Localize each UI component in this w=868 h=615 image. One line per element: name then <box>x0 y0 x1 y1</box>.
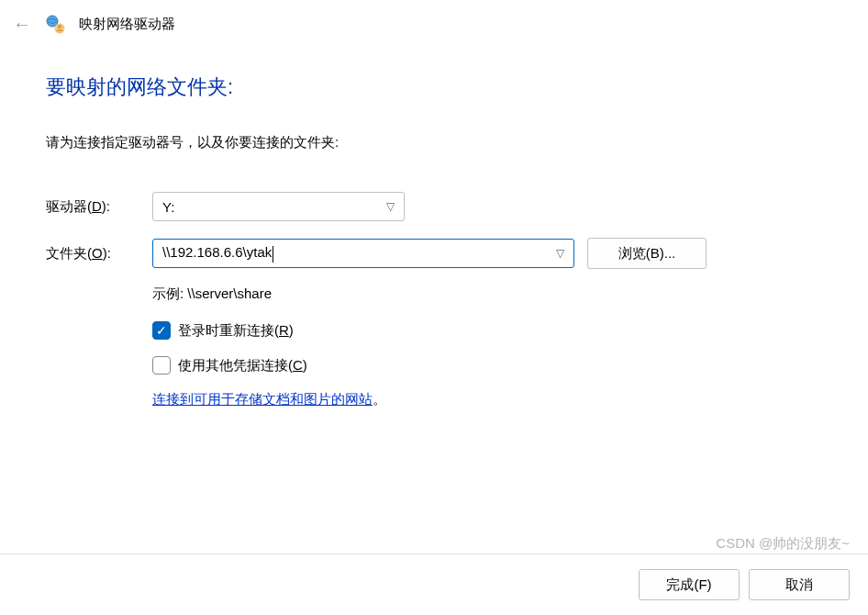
instruction-text: 请为连接指定驱动器号，以及你要连接的文件夹: <box>46 134 868 151</box>
storage-link-row: 连接到可用于存储文档和图片的网站。 <box>152 391 868 408</box>
cancel-button[interactable]: 取消 <box>749 569 850 600</box>
svg-point-3 <box>58 25 61 28</box>
example-text: 示例: \\server\share <box>152 285 868 303</box>
drive-label: 驱动器(D): <box>46 198 152 216</box>
reconnect-label: 登录时重新连接(R) <box>178 322 294 340</box>
reconnect-checkbox-row: ✓ 登录时重新连接(R) <box>152 321 868 340</box>
folder-value: \\192.168.6.6\ytak <box>162 244 556 262</box>
dialog-footer: 完成(F) 取消 <box>0 554 868 615</box>
dialog-title: 映射网络驱动器 <box>79 16 175 33</box>
folder-label: 文件夹(O): <box>46 245 152 263</box>
chevron-down-icon: ▽ <box>386 200 395 213</box>
credentials-label: 使用其他凭据连接(C) <box>178 357 307 375</box>
content-heading: 要映射的网络文件夹: <box>46 73 868 101</box>
drive-row: 驱动器(D): Y: ▽ <box>46 192 868 221</box>
drive-value: Y: <box>162 199 174 215</box>
dialog-content: 要映射的网络文件夹: 请为连接指定驱动器号，以及你要连接的文件夹: 驱动器(D)… <box>0 35 868 408</box>
watermark-text: CSDN @帅的没朋友~ <box>716 535 850 553</box>
drive-select[interactable]: Y: ▽ <box>152 192 405 221</box>
browse-button[interactable]: 浏览(B)... <box>587 238 707 269</box>
dialog-header: ← 映射网络驱动器 <box>0 0 868 35</box>
folder-row: 文件夹(O): \\192.168.6.6\ytak ▽ 浏览(B)... <box>46 238 868 269</box>
network-drive-icon <box>44 13 66 35</box>
chevron-down-icon[interactable]: ▽ <box>556 247 564 260</box>
reconnect-checkbox[interactable]: ✓ <box>152 321 171 340</box>
storage-website-link[interactable]: 连接到可用于存储文档和图片的网站 <box>152 391 373 407</box>
credentials-checkbox[interactable] <box>152 356 171 375</box>
folder-input[interactable]: \\192.168.6.6\ytak ▽ <box>152 239 574 268</box>
finish-button[interactable]: 完成(F) <box>639 569 740 600</box>
back-arrow-icon: ← <box>13 14 31 35</box>
credentials-checkbox-row: 使用其他凭据连接(C) <box>152 356 868 375</box>
